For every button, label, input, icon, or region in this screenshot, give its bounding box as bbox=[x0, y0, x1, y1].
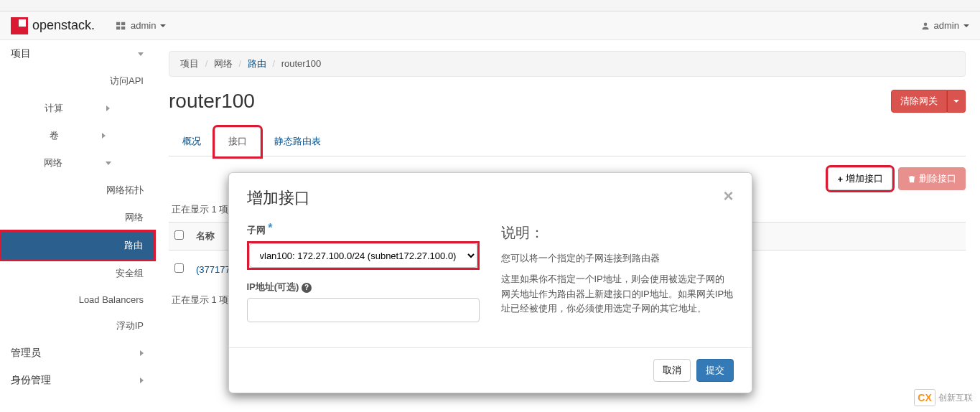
submit-button[interactable]: 提交 bbox=[696, 359, 734, 382]
ip-label-text: IP地址(可选) bbox=[247, 281, 299, 292]
desc-p2: 这里如果你不指定一个IP地址，则会使用被选定子网的网关地址作为路由器上新建接口的… bbox=[501, 272, 734, 317]
sidebar-item-floating-ip[interactable]: 浮动IP bbox=[0, 312, 154, 340]
sidebar-item-load-balancers[interactable]: Load Balancers bbox=[0, 287, 154, 312]
breadcrumb-link-router[interactable]: 路由 bbox=[248, 58, 266, 69]
tab-interfaces[interactable]: 接口 bbox=[215, 127, 261, 156]
chevron-down-icon bbox=[138, 52, 144, 56]
svg-rect-1 bbox=[121, 22, 125, 24]
chevron-right-icon bbox=[102, 133, 106, 139]
modal-title: 增加接口 bbox=[247, 187, 310, 209]
sidebar-sub-label: 计算 bbox=[45, 102, 63, 115]
caret-down-icon bbox=[953, 100, 959, 103]
ip-input[interactable] bbox=[247, 298, 480, 322]
add-interface-label: 增加接口 bbox=[846, 172, 883, 185]
caret-down-icon bbox=[963, 24, 969, 27]
desc-p1: 您可以将一个指定的子网连接到路由器 bbox=[501, 251, 734, 266]
sidebar-group-label: 身份管理 bbox=[11, 374, 51, 387]
chevron-right-icon bbox=[140, 378, 144, 383]
sidebar-sub-label: 网络 bbox=[44, 156, 62, 169]
breadcrumb-item: 网络 bbox=[214, 58, 233, 69]
project-dropdown[interactable]: admin bbox=[116, 20, 166, 31]
watermark-logo-icon: CX bbox=[914, 389, 935, 394]
svg-rect-0 bbox=[116, 22, 120, 24]
sidebar: 项目 访问API 计算 卷 网络 网络拓扑 网络 路由 安全组 Load Bal… bbox=[0, 40, 154, 394]
clear-gateway-dropdown[interactable] bbox=[947, 90, 966, 113]
desc-title: 说明： bbox=[501, 223, 734, 243]
chevron-right-icon bbox=[140, 350, 144, 356]
sidebar-group-identity[interactable]: 身份管理 bbox=[0, 367, 154, 394]
user-dropdown[interactable]: admin bbox=[921, 20, 969, 31]
chevron-right-icon bbox=[106, 106, 110, 111]
row-checkbox[interactable] bbox=[174, 263, 184, 273]
breadcrumb-sep: / bbox=[205, 58, 208, 69]
caret-down-icon bbox=[160, 24, 166, 27]
clear-gateway-button[interactable]: 清除网关 bbox=[891, 90, 947, 113]
header: openstack. admin admin bbox=[0, 11, 980, 40]
subnet-label-text: 子网 bbox=[247, 225, 266, 235]
svg-rect-3 bbox=[121, 26, 125, 29]
cancel-button[interactable]: 取消 bbox=[653, 359, 691, 382]
modal-close-button[interactable]: × bbox=[723, 187, 733, 209]
watermark: CX 创新互联 bbox=[914, 389, 973, 394]
tab-static-routing[interactable]: 静态路由表 bbox=[261, 127, 335, 156]
sidebar-sub-compute[interactable]: 计算 bbox=[0, 95, 154, 122]
user-icon bbox=[921, 22, 930, 30]
tab-overview[interactable]: 概况 bbox=[169, 127, 215, 156]
required-icon: * bbox=[268, 222, 272, 234]
sidebar-item-security-groups[interactable]: 安全组 bbox=[0, 260, 154, 287]
breadcrumb-current: router100 bbox=[281, 58, 322, 69]
sidebar-group-label: 管理员 bbox=[11, 347, 41, 360]
sidebar-sub-network[interactable]: 网络 bbox=[0, 149, 154, 177]
page-title: router100 bbox=[169, 90, 255, 113]
sidebar-item-router[interactable]: 路由 bbox=[0, 230, 156, 261]
delete-interface-label: 删除接口 bbox=[919, 172, 956, 185]
plus-icon: + bbox=[837, 174, 843, 184]
select-all-checkbox[interactable] bbox=[174, 230, 184, 240]
openstack-icon bbox=[11, 17, 28, 34]
tabs: 概况 接口 静态路由表 bbox=[169, 127, 966, 156]
sidebar-item-access-api[interactable]: 访问API bbox=[0, 67, 154, 95]
help-icon[interactable]: ? bbox=[302, 283, 312, 293]
chevron-down-icon bbox=[106, 161, 111, 165]
subnet-select[interactable]: vlan100: 172.27.100.0/24 (subnet172.27.1… bbox=[249, 243, 477, 268]
brand-text: openstack. bbox=[32, 18, 95, 33]
add-interface-button[interactable]: + 增加接口 bbox=[828, 167, 892, 190]
trash-icon bbox=[907, 174, 916, 183]
brand-logo: openstack. bbox=[11, 17, 95, 34]
user-dropdown-label: admin bbox=[934, 20, 959, 31]
svg-rect-2 bbox=[116, 26, 120, 29]
sidebar-group-label: 项目 bbox=[11, 47, 31, 60]
sidebar-group-project[interactable]: 项目 bbox=[0, 40, 154, 67]
sidebar-item-topology[interactable]: 网络拓扑 bbox=[0, 177, 154, 204]
watermark-text: 创新互联 bbox=[938, 392, 973, 395]
sidebar-item-networks[interactable]: 网络 bbox=[0, 204, 154, 231]
projects-icon bbox=[116, 21, 126, 31]
sidebar-sub-volume[interactable]: 卷 bbox=[0, 122, 154, 149]
sidebar-group-admin[interactable]: 管理员 bbox=[0, 340, 154, 367]
sidebar-sub-label: 卷 bbox=[50, 129, 59, 142]
delete-interface-button[interactable]: 删除接口 bbox=[898, 167, 966, 190]
breadcrumb-sep: / bbox=[272, 58, 275, 69]
breadcrumb-sep: / bbox=[239, 58, 242, 69]
add-interface-modal: 增加接口 × 子网 * vlan100: 172.27.100.0/24 (su… bbox=[228, 172, 752, 393]
ip-label: IP地址(可选) ? bbox=[247, 281, 480, 294]
svg-point-4 bbox=[923, 22, 927, 26]
subnet-label: 子网 * bbox=[247, 223, 480, 237]
project-dropdown-label: admin bbox=[131, 20, 156, 31]
breadcrumb-item: 项目 bbox=[180, 58, 199, 69]
breadcrumb: 项目 / 网络 / 路由 / router100 bbox=[169, 51, 966, 77]
